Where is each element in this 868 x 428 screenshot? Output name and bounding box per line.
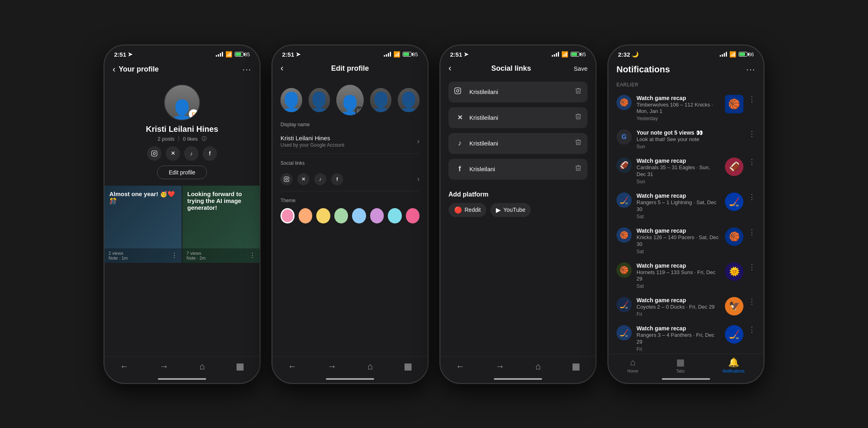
svg-point-2 — [156, 152, 156, 152]
notif-more-5[interactable]: ⋮ — [748, 262, 755, 271]
notif-more-3[interactable]: ⋮ — [748, 192, 755, 201]
notif-more-4[interactable]: ⋮ — [748, 227, 755, 236]
avatar-1: G — [164, 84, 200, 121]
display-name-label: Display name — [280, 122, 420, 127]
notif-item-2[interactable]: 🏈 Watch game recap Cardinals 35 – 31 Eag… — [608, 154, 764, 188]
notif-item-1[interactable]: G Your note got 5 views 👀 Look at that! … — [608, 125, 764, 154]
notif-item-4[interactable]: 🏀 Watch game recap Knicks 126 – 140 Pace… — [608, 223, 764, 258]
notif-time-2: Sun — [637, 179, 720, 184]
status-bar-3: 2:51 ➤ 📶 85 — [440, 45, 596, 60]
theme-blue[interactable] — [352, 208, 366, 223]
delete-instagram[interactable] — [575, 87, 582, 96]
delete-twitter[interactable] — [575, 113, 582, 122]
theme-peach[interactable] — [299, 208, 313, 223]
info-icon[interactable]: ⓘ — [202, 135, 207, 142]
tabs-tab-label: Tabs — [676, 369, 685, 373]
avatar-main[interactable] — [336, 85, 364, 115]
post-footer-1: 2 views Note · 1m ⋮ — [104, 248, 182, 263]
save-button[interactable]: Save — [574, 65, 588, 72]
notif-icon-4: 🏀 — [616, 227, 632, 243]
avatar-option-4[interactable] — [398, 88, 420, 112]
tab-home[interactable]: ⌂ Home — [627, 357, 638, 373]
notif-item-7[interactable]: 🏒 Watch game recap Rangers 3 – 4 Panther… — [608, 321, 764, 353]
facebook-icon[interactable]: f — [203, 146, 217, 161]
post-text-1: Almost one year! 🥳❤️🎊 — [104, 186, 182, 248]
instagram-icon[interactable] — [147, 146, 162, 161]
theme-purple[interactable] — [370, 208, 384, 223]
nav-home-1[interactable]: ⌂ — [199, 361, 205, 372]
social-links-row-edit[interactable]: ✕ ♪ f › — [280, 168, 420, 191]
notif-icon-1: G — [616, 129, 632, 145]
facebook-value[interactable]: Krisleilani — [465, 166, 575, 172]
notif-more-7[interactable]: ⋮ — [748, 325, 755, 334]
more-button-1[interactable]: ··· — [242, 65, 252, 74]
svg-point-7 — [457, 90, 459, 92]
nav-grid-3[interactable]: ▦ — [572, 361, 580, 372]
nav-back-1[interactable]: ← — [120, 361, 129, 372]
avatar-option-2[interactable] — [309, 88, 330, 112]
social-link-facebook[interactable]: f Krisleilani — [448, 159, 588, 180]
reddit-chip[interactable]: 🔴 Reddit — [448, 203, 486, 217]
theme-teal[interactable] — [388, 208, 402, 223]
instagram-value[interactable]: Kristileilani — [465, 88, 575, 95]
avatar-option-3[interactable] — [370, 88, 392, 112]
home-tab-icon: ⌂ — [630, 357, 635, 368]
theme-green[interactable] — [334, 208, 348, 223]
twitter-value[interactable]: Kristileilani — [465, 114, 575, 121]
edit-profile-button[interactable]: Edit profile — [157, 166, 207, 179]
youtube-chip[interactable]: ▶ YouTube — [490, 203, 531, 217]
theme-yellow[interactable] — [316, 208, 330, 223]
nav-grid-2[interactable]: ▦ — [404, 361, 412, 372]
nav-back-2[interactable]: ← — [288, 361, 297, 372]
nav-back-3[interactable]: ← — [456, 361, 465, 372]
back-button-1[interactable]: ‹ — [113, 64, 115, 75]
avatar-option-1[interactable] — [280, 88, 302, 112]
nav-forward-3[interactable]: → — [495, 361, 504, 372]
twitter-icon[interactable]: ✕ — [166, 146, 180, 161]
social-link-tiktok[interactable]: ♪ Kristileilani — [448, 133, 588, 154]
nav-grid-1[interactable]: ▦ — [236, 361, 244, 372]
display-name-value: Kristi Leilani Hines — [280, 135, 344, 141]
nav-forward-1[interactable]: → — [160, 361, 168, 372]
notif-more-2[interactable]: ⋮ — [748, 158, 755, 166]
notif-item-3[interactable]: 🏒 Watch game recap Rangers 5 – 1 Lightni… — [608, 188, 764, 223]
tab-notifications[interactable]: 🔔 Notifications — [723, 357, 744, 373]
social-link-instagram[interactable]: Kristileilani — [448, 82, 588, 102]
post-more-1[interactable]: ⋮ — [171, 252, 178, 259]
tiktok-icon[interactable]: ♪ — [184, 146, 199, 161]
theme-rose[interactable] — [406, 208, 420, 223]
delete-tiktok[interactable] — [575, 139, 582, 148]
post-card-2[interactable]: Looking forward to trying the AI image g… — [182, 186, 260, 263]
theme-pink[interactable] — [280, 208, 295, 223]
notif-item-0[interactable]: 🏀 Watch game recap Timberwolves 106 – 11… — [608, 91, 764, 126]
back-button-2[interactable]: ‹ — [280, 63, 283, 74]
nav-forward-2[interactable]: → — [328, 361, 336, 372]
notif-more-0[interactable]: ⋮ — [748, 95, 755, 104]
tab-tabs[interactable]: ▦ Tabs — [676, 357, 685, 373]
notif-icon-7: 🏒 — [616, 325, 632, 340]
delete-facebook[interactable] — [575, 164, 582, 174]
like-count: 0 likes — [183, 136, 198, 142]
tiktok-value[interactable]: Kristileilani — [465, 140, 575, 147]
edit-title: Edit profile — [331, 64, 369, 73]
notif-title-2: Watch game recap — [637, 158, 720, 164]
youtube-label: YouTube — [503, 207, 525, 213]
notif-more-1[interactable]: ⋮ — [748, 129, 755, 138]
nav-home-3[interactable]: ⌂ — [535, 361, 540, 372]
post-card-1[interactable]: Almost one year! 🥳❤️🎊 2 views Note · 1m … — [104, 186, 182, 263]
notifications-header: Notifications ··· — [608, 60, 764, 80]
notif-subtitle-3: Rangers 5 – 1 Lightning · Sat, Dec 30 — [637, 199, 720, 213]
notif-item-6[interactable]: 🏒 Watch game recap Coyotes 2 – 0 Ducks ·… — [608, 293, 764, 321]
notif-more-button[interactable]: ··· — [746, 65, 755, 74]
display-name-row[interactable]: Kristi Leilani Hines Used by your Google… — [280, 129, 420, 154]
notif-more-6[interactable]: ⋮ — [748, 297, 755, 306]
back-button-3[interactable]: ‹ — [448, 63, 451, 74]
home-indicator-3 — [440, 375, 596, 383]
nav-home-2[interactable]: ⌂ — [367, 361, 373, 372]
notif-item-5[interactable]: 🏀 Watch game recap Hornets 119 – 133 Sun… — [608, 258, 764, 293]
social-link-twitter[interactable]: ✕ Kristileilani — [448, 107, 588, 128]
post-more-2[interactable]: ⋮ — [249, 252, 256, 259]
battery-4: 86 — [748, 51, 754, 57]
social-links-list: Kristileilani ✕ Kristileilani — [440, 82, 596, 180]
home-indicator-2 — [272, 375, 428, 383]
